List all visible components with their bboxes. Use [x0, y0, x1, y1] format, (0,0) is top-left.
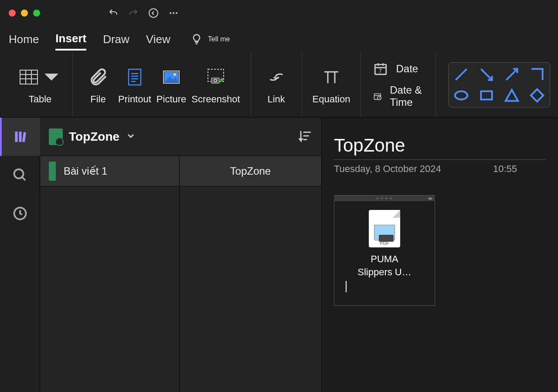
sort-icon: [298, 128, 313, 143]
svg-text:7: 7: [379, 67, 382, 74]
pages-list: TopZone: [180, 156, 321, 392]
clock-icon: [12, 206, 28, 221]
svg-point-0: [149, 9, 158, 17]
navigation-pane: TopZone Bài viết 1 TopZone: [40, 118, 322, 392]
redo-button[interactable]: [126, 5, 141, 21]
titlebar: [0, 0, 558, 26]
notebook-header: TopZone: [40, 118, 321, 156]
calendar-icon: 7: [373, 61, 388, 76]
file-attachment[interactable]: PDF PUMA Slippers U…: [338, 210, 431, 278]
screenshot-icon: [205, 65, 226, 89]
main-area: TopZone Bài viết 1 TopZone TopZone: [0, 118, 558, 392]
shape-ellipse-icon[interactable]: [453, 87, 470, 104]
shape-line-icon[interactable]: [453, 66, 470, 83]
notebooks-icon: [13, 129, 29, 145]
search-icon: [12, 167, 28, 183]
svg-rect-43: [19, 132, 21, 142]
insert-date-button[interactable]: 7 Date: [373, 61, 423, 76]
text-cursor: [346, 281, 347, 292]
svg-point-40: [455, 91, 468, 99]
svg-point-16: [174, 73, 176, 76]
link-icon: [266, 65, 287, 89]
shape-diamond-icon[interactable]: [529, 87, 545, 104]
lightbulb-icon: [191, 33, 203, 45]
tell-me-search[interactable]: Tell me: [191, 33, 230, 45]
maximize-window[interactable]: [33, 10, 40, 17]
table-icon: [18, 65, 62, 89]
close-window[interactable]: [9, 10, 16, 17]
shape-arrow2-icon[interactable]: [504, 66, 520, 83]
section-name: Bài viết 1: [64, 165, 107, 177]
svg-rect-41: [481, 91, 492, 99]
notebook-picker[interactable]: TopZone: [49, 128, 136, 145]
insert-datetime-button[interactable]: Date & Time: [373, 84, 423, 108]
svg-rect-9: [129, 69, 141, 85]
section-color-tab: [49, 162, 56, 181]
page-date[interactable]: Tuesday, 8 October 2024: [334, 163, 441, 175]
back-button[interactable]: [146, 5, 161, 21]
rail-notebooks[interactable]: [0, 118, 40, 156]
container-nav-arrows[interactable]: ◂▸: [428, 195, 433, 201]
insert-printout-button[interactable]: Printout: [116, 65, 154, 105]
tab-draw[interactable]: Draw: [103, 29, 129, 50]
sections-list: Bài viết 1: [40, 156, 180, 392]
insert-equation-button[interactable]: Equation: [310, 65, 353, 105]
insert-file-button[interactable]: File: [81, 65, 116, 105]
attachment-name: PUMA Slippers U…: [338, 253, 431, 278]
rail-search[interactable]: [0, 156, 40, 194]
rail-recent[interactable]: [0, 194, 40, 233]
sort-button[interactable]: [298, 128, 313, 145]
svg-rect-44: [22, 132, 26, 142]
notebook-name: TopZone: [69, 130, 119, 144]
tab-insert[interactable]: Insert: [55, 28, 86, 51]
chevron-down-icon: [126, 131, 136, 143]
minimize-window[interactable]: [21, 10, 28, 17]
pdf-file-icon: PDF: [369, 210, 400, 247]
page-meta: Tuesday, 8 October 2024 10:55: [334, 163, 517, 175]
svg-point-2: [173, 12, 174, 14]
shape-corner-icon[interactable]: [529, 66, 545, 83]
tell-me-label: Tell me: [208, 35, 230, 43]
note-container[interactable]: ◂▸ PDF PUMA Slippers U…: [334, 201, 435, 306]
paperclip-icon: [88, 65, 109, 89]
page-time[interactable]: 10:55: [493, 163, 517, 175]
shape-arrow-icon[interactable]: [478, 66, 495, 83]
svg-point-1: [170, 12, 171, 14]
title-underline: [334, 159, 546, 160]
section-item[interactable]: Bài viết 1: [40, 156, 179, 186]
picture-icon: [161, 65, 182, 89]
svg-line-37: [456, 69, 466, 80]
shape-triangle-icon[interactable]: [504, 87, 520, 104]
page-title[interactable]: TopZone: [334, 135, 546, 156]
container-drag-handle[interactable]: [334, 195, 435, 201]
shape-gallery[interactable]: [448, 62, 550, 108]
overflow-menu[interactable]: [166, 5, 181, 21]
svg-line-36: [379, 98, 380, 98]
equation-icon: [321, 65, 342, 89]
svg-line-38: [481, 69, 492, 80]
svg-line-46: [22, 177, 25, 181]
svg-point-45: [14, 169, 23, 179]
shape-rect-icon[interactable]: [478, 87, 495, 104]
svg-rect-4: [20, 70, 37, 84]
notebook-icon: [49, 128, 63, 145]
printout-icon: [124, 65, 145, 89]
left-rail: [0, 118, 40, 392]
tab-home[interactable]: Home: [9, 29, 39, 50]
undo-button[interactable]: [105, 5, 121, 21]
ribbon: Table File Printout Picture Screenshot L…: [0, 52, 558, 118]
ribbon-tabs: Home Insert Draw View Tell me: [0, 26, 558, 52]
page-item[interactable]: TopZone: [180, 156, 321, 186]
insert-screenshot-button[interactable]: Screenshot: [189, 65, 242, 105]
svg-point-19: [214, 79, 217, 82]
window-controls: [9, 10, 40, 17]
svg-point-3: [176, 12, 177, 14]
svg-line-39: [506, 69, 517, 80]
tab-view[interactable]: View: [146, 29, 170, 50]
page-canvas[interactable]: TopZone Tuesday, 8 October 2024 10:55 ◂▸…: [322, 118, 558, 392]
insert-link-button[interactable]: Link: [259, 65, 294, 105]
svg-rect-42: [15, 132, 17, 142]
insert-picture-button[interactable]: Picture: [154, 65, 189, 105]
insert-table-button[interactable]: Table: [16, 65, 65, 105]
page-name: TopZone: [230, 165, 271, 177]
